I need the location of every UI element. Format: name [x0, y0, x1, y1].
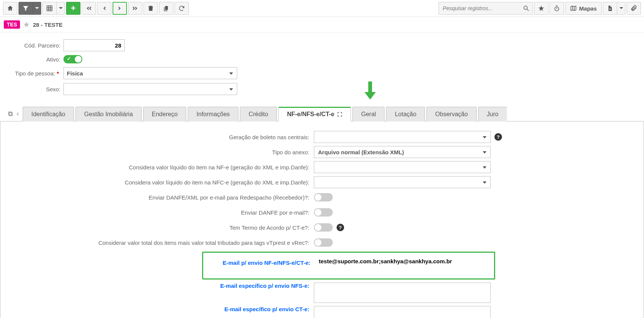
help-icon[interactable]: ? — [337, 224, 344, 231]
search-input[interactable] — [439, 5, 520, 11]
paperclip-icon — [630, 5, 637, 12]
refresh-icon — [178, 5, 185, 12]
considera-nfce-label: Considera valor líquido do item na NFC-e… — [4, 179, 314, 186]
tipo-pessoa-label: Tipo de pessoa: * — [7, 70, 63, 77]
tab-lotacao[interactable]: Lotação — [386, 107, 425, 121]
add-button[interactable]: + — [66, 2, 80, 15]
delete-button[interactable] — [144, 2, 158, 15]
cod-parceiro-label: Cód. Parceiro: — [7, 42, 63, 49]
tab-row: ‹ Identificação Gestão Imobiliária Ender… — [0, 106, 644, 121]
tab-endereco[interactable]: Endereço — [143, 107, 187, 121]
email-nfse-label: E-mail específico p/ envio NFS-e: — [4, 283, 314, 289]
export-button[interactable] — [603, 2, 617, 15]
record-badge: TES — [4, 20, 20, 29]
grid-button[interactable] — [42, 2, 57, 15]
tab-informacoes[interactable]: Informações — [188, 107, 238, 121]
double-chevron-right-icon — [132, 5, 139, 12]
copy-icon — [163, 5, 170, 12]
breadcrumb: TES ★ 28 - TESTE — [0, 17, 644, 32]
considera-nfe-select[interactable] — [314, 161, 491, 173]
attach-button[interactable] — [627, 2, 641, 15]
svg-rect-11 — [9, 112, 12, 115]
ativo-label: Ativo: — [7, 56, 63, 63]
filter-button[interactable] — [19, 2, 33, 15]
termo-acordo-toggle[interactable] — [314, 223, 333, 232]
export-dropdown-button[interactable] — [617, 2, 625, 15]
tab-gestao-imobiliaria[interactable]: Gestão Imobiliária — [76, 107, 142, 121]
map-icon — [570, 5, 577, 12]
prev-button[interactable] — [97, 2, 111, 15]
enviar-danfe-label: Enviar DANFE por e-mail?: — [4, 209, 314, 216]
highlight-arrow-icon — [364, 81, 376, 100]
tab-nfe-nfse-cte[interactable]: NF-e/NFS-e/CT-e ⛶ — [278, 107, 351, 121]
help-icon[interactable]: ? — [494, 133, 502, 141]
form-area: Cód. Parceiro: Ativo: Tipo de pessoa: * … — [0, 32, 644, 103]
plus-icon: + — [71, 3, 76, 13]
favorite-button[interactable]: ★ — [534, 2, 548, 15]
sexo-label: Sexo: — [7, 86, 63, 92]
record-title: 28 - TESTE — [33, 22, 62, 28]
enviar-danfe-xml-toggle[interactable] — [314, 193, 333, 201]
toolbar: + ★ Mapas — [0, 0, 644, 17]
expand-icon[interactable]: ⛶ — [337, 112, 342, 117]
copy-button[interactable] — [159, 2, 173, 15]
email-nfe-input[interactable]: teste@suporte.com.br;sankhya@sankhya.com… — [315, 257, 489, 268]
considerar-total-toggle[interactable] — [314, 238, 333, 247]
enviar-danfe-xml-label: Enviar DANFE/XML por e-mail para Redespa… — [4, 194, 314, 201]
email-cte-input[interactable] — [314, 306, 491, 318]
svg-point-5 — [524, 6, 527, 9]
stopwatch-icon — [553, 5, 560, 12]
tab-copy-icon[interactable] — [8, 111, 14, 117]
export-icon — [607, 5, 613, 12]
grid-dropdown-button[interactable] — [57, 2, 65, 15]
maps-label: Mapas — [579, 5, 597, 12]
svg-line-6 — [527, 9, 529, 11]
tipo-anexo-select[interactable]: Arquivo normal (Extensão XML) — [314, 146, 491, 158]
tab-identificacao[interactable]: Identificação — [23, 107, 74, 121]
considera-nfe-label: Considera valor líquido do item na NF-e … — [4, 164, 314, 171]
geracao-boleto-select[interactable] — [314, 131, 491, 143]
home-button[interactable] — [3, 2, 17, 15]
considerar-total-label: Considerar valor total dos itens mais va… — [4, 240, 314, 246]
search-box — [439, 2, 533, 15]
tipo-anexo-label: Tipo do anexo: — [4, 149, 314, 155]
enviar-danfe-toggle[interactable] — [314, 208, 333, 217]
double-chevron-left-icon — [85, 5, 92, 12]
cod-parceiro-input[interactable] — [63, 39, 125, 51]
email-cte-label: E-mail específico p/ envio CT-e: — [4, 306, 314, 312]
tab-scroll-left[interactable]: ‹ — [17, 110, 19, 118]
search-icon-button[interactable] — [520, 5, 533, 12]
star-icon: ★ — [538, 4, 545, 13]
first-button[interactable] — [82, 2, 96, 15]
timer-button[interactable] — [550, 2, 564, 15]
ativo-toggle[interactable] — [63, 55, 82, 63]
sexo-select[interactable] — [63, 83, 237, 95]
chevron-down-icon — [35, 6, 39, 10]
tab-observacao[interactable]: Observação — [426, 107, 476, 121]
next-button[interactable] — [113, 2, 127, 15]
filter-icon — [22, 5, 29, 12]
favorite-star[interactable]: ★ — [23, 20, 30, 29]
email-nfe-highlight: E-mail p/ envio NF-e/NFS-e/CT-e: teste@s… — [202, 252, 495, 280]
email-nfe-label: E-mail p/ envio NF-e/NFS-e/CT-e: — [203, 260, 315, 266]
tipo-pessoa-select[interactable]: Física — [63, 67, 237, 79]
chevron-down-icon — [619, 6, 623, 10]
filter-dropdown-button[interactable] — [33, 2, 41, 15]
considera-nfce-select[interactable] — [314, 176, 491, 188]
tab-geral[interactable]: Geral — [352, 107, 385, 121]
home-icon — [7, 5, 14, 12]
chevron-left-icon — [101, 5, 108, 12]
chevron-right-icon — [116, 5, 123, 12]
grid-icon — [46, 5, 53, 12]
termo-acordo-label: Tem Termo de Acordo p/ CT-e?: — [4, 224, 314, 231]
search-icon — [523, 5, 530, 12]
trash-icon — [147, 5, 154, 12]
svg-rect-10 — [9, 112, 12, 115]
refresh-button[interactable] — [175, 2, 189, 15]
last-button[interactable] — [128, 2, 142, 15]
tab-credito[interactable]: Crédito — [240, 107, 277, 121]
email-nfse-input[interactable] — [314, 283, 491, 303]
tab-juro[interactable]: Juro — [478, 107, 507, 121]
svg-rect-0 — [47, 6, 52, 11]
maps-button[interactable]: Mapas — [565, 2, 602, 15]
